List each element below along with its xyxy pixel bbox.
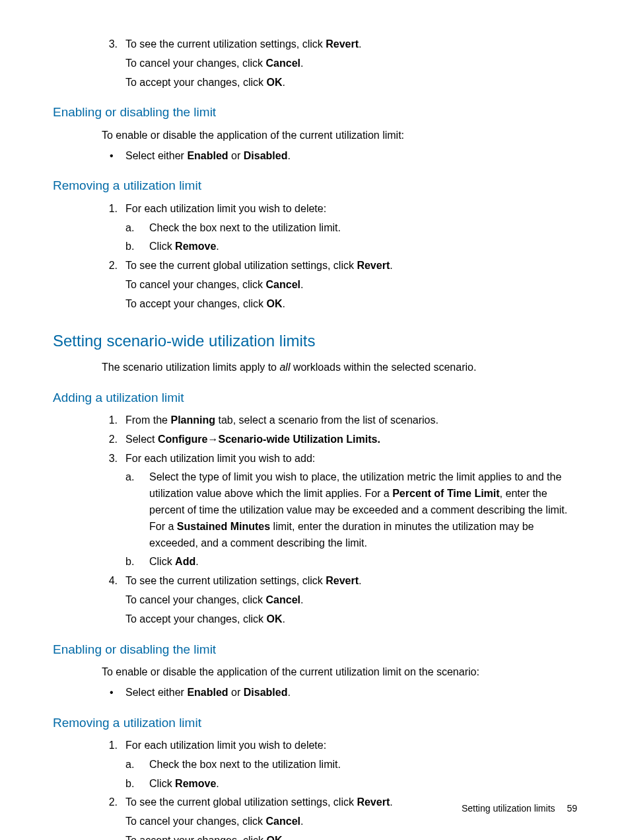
substep-a: Check the box next to the utilization li…	[125, 220, 577, 237]
step-marker: 1.	[102, 738, 118, 754]
step-subline: To accept your changes, click OK.	[125, 296, 577, 313]
page-content: 3. To see the current utilization settin…	[53, 36, 577, 840]
substep-b: Click Remove.	[125, 239, 577, 255]
heading-scenario: Setting scenario-wide utilization limits	[53, 328, 577, 353]
intro-text: To enable or disable the application of …	[102, 128, 577, 144]
step-item-2: 2. To see the current global utilization…	[102, 794, 577, 840]
step-marker: 3.	[102, 451, 118, 467]
step-subline: To cancel your changes, click Cancel.	[125, 814, 577, 830]
step-text: For each utilization limit you wish to d…	[125, 740, 326, 751]
step-list-remove-1: 1. For each utilization limit you wish t…	[102, 201, 577, 313]
intro-text: To enable or disable the application of …	[102, 664, 577, 681]
heading-adding: Adding a utilization limit	[53, 388, 577, 407]
step-subline: To cancel your changes, click Cancel.	[125, 56, 577, 72]
step-item-1: 1. For each utilization limit you wish t…	[102, 738, 577, 792]
substep-list: Check the box next to the utilization li…	[125, 220, 577, 256]
footer-title: Setting utilization limits	[462, 803, 555, 814]
substep-b: Click Add.	[125, 554, 577, 570]
step-item-4: 4. To see the current utilization settin…	[102, 573, 577, 627]
step-subline: To cancel your changes, click Cancel.	[125, 592, 577, 609]
step-item-1: 1. For each utilization limit you wish t…	[102, 201, 577, 255]
step-marker: 2.	[102, 258, 118, 274]
step-subline: To accept your changes, click OK.	[125, 833, 577, 840]
step-text: To see the current utilization settings,…	[125, 38, 362, 50]
substep-a: Check the box next to the utilization li…	[125, 757, 577, 773]
intro-text: The scenario utilization limits apply to…	[102, 360, 577, 376]
bullet-list: Select either Enabled or Disabled.	[102, 148, 577, 165]
bullet-list: Select either Enabled or Disabled.	[102, 685, 577, 701]
step-text: Select Configure→Scenario-wide Utilizati…	[125, 434, 380, 445]
step-item-3: 3. To see the current utilization settin…	[102, 36, 577, 91]
step-marker: 4.	[102, 573, 118, 590]
step-marker: 1.	[102, 201, 118, 217]
step-text: To see the current global utilization se…	[125, 260, 393, 271]
substep-list: Check the box next to the utilization li…	[125, 757, 577, 792]
step-item-2: 2. Select Configure→Scenario-wide Utiliz…	[102, 432, 577, 448]
step-marker: 1.	[102, 412, 118, 429]
step-marker: 3.	[102, 36, 118, 53]
step-item-3: 3. For each utilization limit you wish t…	[102, 451, 577, 571]
step-list-top: 3. To see the current utilization settin…	[102, 36, 577, 91]
heading-enabling-1: Enabling or disabling the limit	[53, 102, 577, 122]
step-subline: To accept your changes, click OK.	[125, 611, 577, 628]
page-number: 59	[567, 803, 577, 814]
step-text: From the Planning tab, select a scenario…	[125, 414, 438, 426]
document-page: 3. To see the current utilization settin…	[0, 0, 630, 840]
step-marker: 2.	[102, 794, 118, 811]
substep-list: Select the type of limit you wish to pla…	[125, 469, 577, 570]
step-text: To see the current global utilization se…	[125, 796, 393, 808]
heading-removing-2: Removing a utilization limit	[53, 713, 577, 732]
page-footer: Setting utilization limits 59	[462, 803, 577, 814]
step-text: For each utilization limit you wish to d…	[125, 203, 326, 214]
heading-removing-1: Removing a utilization limit	[53, 176, 577, 195]
step-text: For each utilization limit you wish to a…	[125, 453, 315, 464]
step-list-adding: 1. From the Planning tab, select a scena…	[102, 412, 577, 628]
heading-enabling-2: Enabling or disabling the limit	[53, 640, 577, 659]
step-subline: To accept your changes, click OK.	[125, 75, 577, 91]
substep-b: Click Remove.	[125, 776, 577, 792]
step-text: To see the current utilization settings,…	[125, 575, 362, 586]
step-item-2: 2. To see the current global utilization…	[102, 258, 577, 312]
step-list-remove-2: 1. For each utilization limit you wish t…	[102, 738, 577, 840]
step-marker: 2.	[102, 432, 118, 448]
step-item-1: 1. From the Planning tab, select a scena…	[102, 412, 577, 429]
bullet-item: Select either Enabled or Disabled.	[102, 685, 577, 701]
step-subline: To cancel your changes, click Cancel.	[125, 277, 577, 293]
substep-a: Select the type of limit you wish to pla…	[125, 469, 577, 551]
bullet-item: Select either Enabled or Disabled.	[102, 148, 577, 165]
